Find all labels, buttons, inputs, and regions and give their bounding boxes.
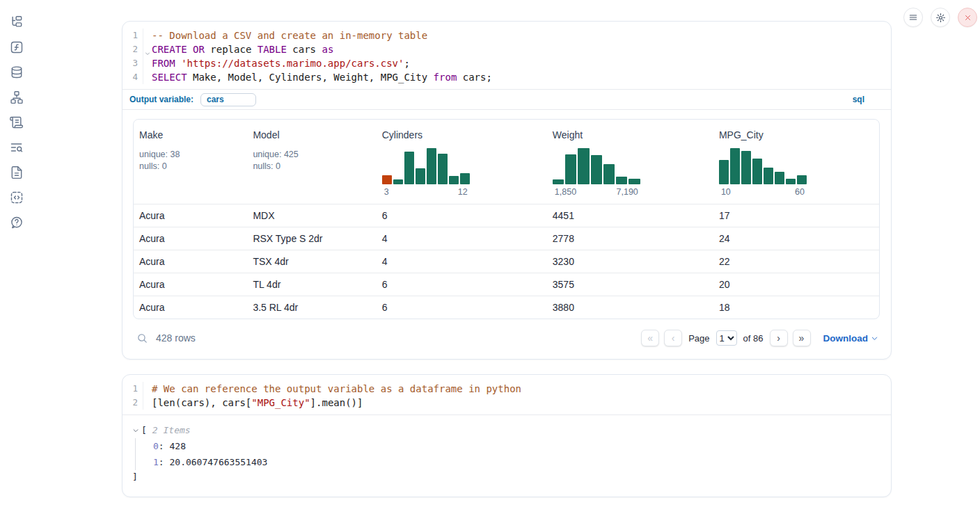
histogram-bar [629, 179, 640, 184]
table-row[interactable]: Acura3.5 RL 4dr6388018 [134, 296, 879, 319]
table-footer: 428 rows « ‹ Page 1 of 86 › » Download [133, 325, 880, 351]
histogram-bars [382, 147, 470, 184]
first-page-icon: « [647, 332, 653, 344]
line-number: 4 [122, 70, 143, 84]
notebook-area: 1-- Download a CSV and create an in-memo… [122, 21, 892, 497]
code-text: FROM 'https://datasets.marimo.app/cars.c… [143, 56, 410, 70]
last-page-button[interactable]: » [793, 330, 811, 346]
table-cell: 18 [713, 302, 879, 313]
sidebar [0, 0, 33, 507]
table-row[interactable]: AcuraTSX 4dr4323022 [134, 250, 879, 273]
sidebar-item-help[interactable] [9, 216, 24, 230]
table-cell: Acura [134, 302, 247, 313]
table-cell: 4 [377, 233, 547, 244]
column-name: Weight [553, 129, 708, 140]
json-entry-key: 1 [153, 457, 159, 467]
sidebar-item-documentation[interactable] [9, 166, 24, 179]
column-name: Model [253, 129, 370, 140]
histogram-bar [438, 154, 448, 184]
sidebar-item-datasets[interactable] [9, 65, 24, 79]
json-entry: 1: 20.060747663551403 [136, 454, 880, 470]
code-line: 2[len(cars), cars["MPG_City"].mean()] [122, 396, 891, 410]
histogram-bar [404, 152, 414, 184]
histogram-axis-labels: 312 [382, 187, 470, 197]
shutdown-button[interactable] [958, 8, 977, 27]
json-items-count: 2 Items [152, 425, 191, 435]
line-number: 3 [122, 56, 143, 70]
table-cell: Acura [134, 279, 247, 290]
sidebar-item-snippets[interactable] [9, 191, 24, 204]
next-page-button[interactable]: › [770, 330, 788, 346]
histogram-bar [449, 176, 459, 184]
json-tree-root: [ 2 Items [132, 425, 880, 435]
column-histogram[interactable]: 1,8507,190 [553, 147, 640, 197]
table-cell: 2778 [547, 233, 713, 244]
column-header-weight: Weight1,8507,190 [547, 129, 713, 197]
sidebar-item-scratchpad[interactable] [9, 140, 24, 154]
topbar-actions [903, 8, 977, 27]
page-label: Page [688, 333, 709, 344]
table-cell: 3880 [547, 302, 713, 313]
line-number: 2 [122, 42, 143, 56]
histogram-bar [578, 148, 589, 184]
sidebar-item-dependency-graph[interactable] [9, 90, 24, 104]
column-name: Make [139, 129, 242, 140]
histogram-bar [416, 168, 425, 184]
code-line: 1-- Download a CSV and create an in-memo… [122, 29, 891, 42]
collapse-toggle[interactable] [132, 427, 139, 434]
menu-button[interactable] [903, 8, 923, 27]
download-button[interactable]: Download [823, 333, 879, 344]
table-cell: 3.5 RL 4dr [247, 302, 376, 313]
first-page-button[interactable]: « [641, 330, 659, 346]
column-stats: unique: 38nulls: 0 [139, 149, 242, 172]
table-row[interactable]: AcuraRSX Type S 2dr4277824 [134, 227, 879, 250]
json-entry-value: 428 [169, 441, 185, 451]
sidebar-item-run-functions[interactable] [9, 40, 24, 54]
sql-code-editor[interactable]: 1-- Download a CSV and create an in-memo… [122, 22, 891, 89]
settings-button[interactable] [931, 8, 950, 27]
fold-chevron-icon[interactable] [145, 47, 150, 61]
sidebar-item-logs[interactable] [9, 115, 24, 129]
scroll-icon [10, 115, 24, 129]
histogram-bar [719, 160, 729, 184]
data-table: Makeunique: 38nulls: 0Modelunique: 425nu… [133, 119, 880, 319]
code-text: [len(cars), cars["MPG_City"].mean()] [143, 396, 363, 410]
histogram-bar [427, 148, 436, 184]
code-text: SELECT Make, Model, Cylinders, Weight, M… [143, 70, 492, 84]
histogram-bar [730, 148, 740, 184]
search-button[interactable] [134, 330, 150, 346]
table-row[interactable]: AcuraMDX6445117 [134, 204, 879, 227]
language-badge: sql [853, 95, 884, 104]
histogram-bar [460, 173, 470, 184]
list-search-icon [10, 140, 24, 154]
pagination: « ‹ Page 1 of 86 › » [641, 330, 810, 346]
file-tree-icon [10, 15, 24, 29]
chevron-down-icon [871, 335, 878, 342]
sidebar-item-file-explorer[interactable] [9, 15, 24, 29]
python-code-editor[interactable]: 1# We can reference the output variable … [122, 375, 891, 415]
chevron-down-icon [132, 427, 139, 434]
prev-page-button[interactable]: ‹ [664, 330, 682, 346]
output-variable-input[interactable] [200, 93, 256, 106]
table-cell: 6 [377, 210, 547, 221]
histogram-min-label: 3 [384, 187, 389, 197]
python-cell-output: [ 2 Items 0: 4281: 20.060747663551403 ] [122, 415, 891, 497]
table-cell: 24 [713, 233, 879, 244]
function-square-icon [10, 40, 24, 54]
json-open-bracket: [ [141, 425, 147, 435]
histogram-axis-labels: 1,8507,190 [553, 187, 640, 197]
page-select[interactable]: 1 [716, 330, 737, 346]
code-line: 3FROM 'https://datasets.marimo.app/cars.… [122, 56, 891, 70]
histogram-bar [382, 175, 392, 184]
histogram-bar [797, 175, 807, 184]
code-line: 2CREATE OR replace TABLE cars as [122, 42, 891, 56]
table-cell: 4 [377, 256, 547, 267]
histogram-axis-labels: 1060 [719, 187, 807, 197]
table-row[interactable]: AcuraTL 4dr6357520 [134, 273, 879, 296]
column-histogram[interactable]: 312 [382, 147, 470, 197]
line-number: 1 [122, 382, 143, 396]
column-histogram[interactable]: 1060 [719, 147, 807, 197]
file-text-icon [10, 166, 24, 179]
histogram-bars [719, 147, 807, 184]
table-cell: MDX [247, 210, 376, 221]
